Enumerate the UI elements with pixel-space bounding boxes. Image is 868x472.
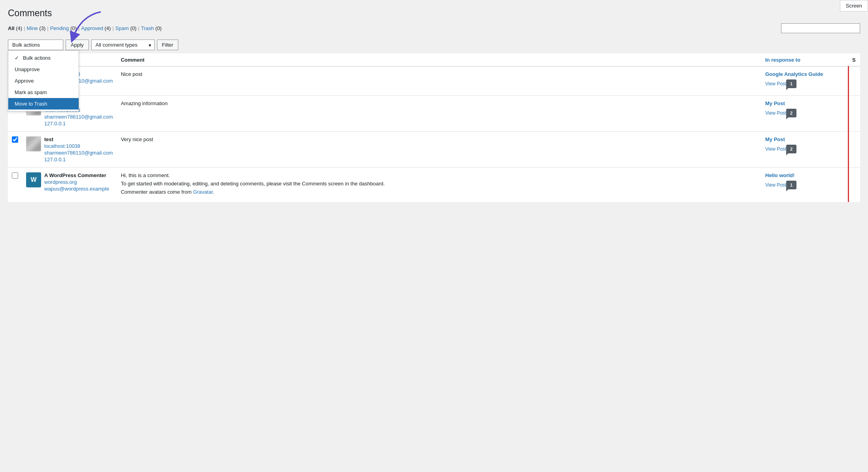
search-input[interactable] xyxy=(781,23,860,33)
author-cell: WA WordPress Commenterwordpress.orgwapuu… xyxy=(22,168,117,202)
filter-mine[interactable]: Mine (3) xyxy=(27,25,46,31)
comment-line: Nice post xyxy=(121,71,757,77)
comment-cell: Amazing information xyxy=(117,96,761,132)
bulk-actions-wrapper: Bulk actions Bulk actions Unapprove Appr… xyxy=(8,40,63,50)
author-ip[interactable]: 127.0.0.1 xyxy=(44,157,113,162)
comment-line: Amazing information xyxy=(121,100,757,106)
comment-cell: Hi, this is a comment.To get started wit… xyxy=(117,168,761,202)
author-email[interactable]: sharmeen786110@gmail.com xyxy=(44,114,113,120)
comment-line: Commenter avatars come from Gravatar. xyxy=(121,189,757,195)
s-cell xyxy=(848,66,860,96)
trash-link[interactable]: Trash xyxy=(141,25,154,31)
bulk-actions-option-mark-as-spam[interactable]: Mark as spam xyxy=(8,87,79,98)
comment-count-badge: 2 xyxy=(786,145,796,153)
response-title[interactable]: Google Analytics Guide xyxy=(765,71,823,77)
avatar: W xyxy=(26,172,41,187)
response-cell: My PostView Post2 xyxy=(761,96,848,132)
th-response: In response to xyxy=(761,53,848,66)
comment-count-badge: 1 xyxy=(786,181,796,189)
row-checkbox-cell xyxy=(8,132,22,168)
author-with-avatar: testlocalhost:10038sharmeen786110@gmail.… xyxy=(26,136,113,162)
spam-count: (0) xyxy=(130,25,136,31)
comment-line: To get started with moderating, editing,… xyxy=(121,181,757,187)
filter-button[interactable]: Filter xyxy=(157,40,179,50)
comment-type-select[interactable]: All comment types xyxy=(91,40,155,50)
gravatar-link[interactable]: Gravatar xyxy=(193,189,213,195)
bulk-actions-option-move-to-trash[interactable]: Move to Trash xyxy=(8,98,79,110)
s-cell xyxy=(848,168,860,202)
comment-type-wrapper: All comment types xyxy=(91,40,155,50)
approved-count: (4) xyxy=(105,25,111,31)
comment-line: Hi, this is a comment. xyxy=(121,172,757,178)
view-post-link[interactable]: View Post xyxy=(765,110,786,116)
sep2: | xyxy=(47,25,48,31)
sep3: | xyxy=(78,25,79,31)
comment-count-badge: 1 xyxy=(786,79,796,88)
row-checkbox[interactable] xyxy=(12,172,18,179)
response-title[interactable]: My Post xyxy=(765,100,785,106)
author-info: testlocalhost:10038sharmeen786110@gmail.… xyxy=(44,136,113,162)
pending-count: (0) xyxy=(70,25,77,31)
table-row: testlocalhost:10038sharmeen786110@gmail.… xyxy=(8,132,860,168)
avatar xyxy=(26,136,41,151)
author-name: A WordPress Commenter xyxy=(44,172,109,178)
table-header-row: Author Comment In response to S xyxy=(8,53,860,66)
bulk-actions-option-bulk-actions[interactable]: Bulk actions xyxy=(8,52,79,64)
search-box xyxy=(781,23,860,33)
s-cell xyxy=(848,132,860,168)
all-count: (4) xyxy=(16,25,22,31)
row-checkbox-cell xyxy=(8,168,22,202)
sep5: | xyxy=(138,25,139,31)
toolbar: Bulk actions Bulk actions Unapprove Appr… xyxy=(8,40,860,50)
filter-approved[interactable]: Approved (4) xyxy=(81,25,111,31)
comment-cell: Very nice post xyxy=(117,132,761,168)
comment-cell: Nice post xyxy=(117,66,761,96)
view-post-link[interactable]: View Post xyxy=(765,81,786,87)
filter-pending[interactable]: Pending (0) xyxy=(50,25,77,31)
spam-link[interactable]: Spam xyxy=(115,25,129,31)
response-cell: My PostView Post2 xyxy=(761,132,848,168)
pending-link[interactable]: Pending xyxy=(50,25,69,31)
comment-count-badge: 2 xyxy=(786,109,796,117)
response-title[interactable]: My Post xyxy=(765,136,785,142)
status-filter-bar: All (4) | Mine (3) | Pending (0) | Appro… xyxy=(8,25,162,31)
author-email[interactable]: wapuu@wordpress.example xyxy=(44,186,109,192)
filter-spam[interactable]: Spam (0) xyxy=(115,25,136,31)
bulk-actions-button[interactable]: Bulk actions xyxy=(8,40,63,50)
response-cell: Hello world!View Post1 xyxy=(761,168,848,202)
page-title: Comments xyxy=(8,8,860,19)
sep4: | xyxy=(112,25,113,31)
mine-link[interactable]: Mine xyxy=(27,25,38,31)
comments-table: Author Comment In response to S localhos… xyxy=(8,53,860,202)
th-s: S xyxy=(848,53,860,66)
approved-link[interactable]: Approved xyxy=(81,25,103,31)
author-ip[interactable]: 127.0.0.1 xyxy=(44,121,113,126)
filter-all[interactable]: All (4) xyxy=(8,25,22,31)
apply-button[interactable]: Apply xyxy=(66,40,89,50)
view-post-link[interactable]: View Post xyxy=(765,146,786,152)
bulk-actions-dropdown: Bulk actions Unapprove Approve Mark as s… xyxy=(8,50,79,111)
sep1: | xyxy=(24,25,25,31)
author-info: A WordPress Commenterwordpress.orgwapuu@… xyxy=(44,172,109,192)
all-link[interactable]: All xyxy=(8,25,15,31)
mine-count: (3) xyxy=(39,25,45,31)
trash-count: (0) xyxy=(155,25,162,31)
view-post-link[interactable]: View Post xyxy=(765,182,786,188)
s-cell xyxy=(848,96,860,132)
bulk-actions-option-unapprove[interactable]: Unapprove xyxy=(8,64,79,75)
screen-button[interactable]: Screen xyxy=(840,0,868,11)
author-link[interactable]: localhost:10038 xyxy=(44,143,113,149)
author-with-avatar: WA WordPress Commenterwordpress.orgwapuu… xyxy=(26,172,113,192)
filter-trash[interactable]: Trash (0) xyxy=(141,25,162,31)
author-link[interactable]: wordpress.org xyxy=(44,179,109,185)
author-email[interactable]: sharmeen786110@gmail.com xyxy=(44,150,113,156)
table-row: testlocalhost:10038sharmeen786110@gmail.… xyxy=(8,96,860,132)
response-cell: Google Analytics GuideView Post1 xyxy=(761,66,848,96)
table-row: localhost:10038sharmeen786110@gmail.com1… xyxy=(8,66,860,96)
table-row: WA WordPress Commenterwordpress.orgwapuu… xyxy=(8,168,860,202)
response-title[interactable]: Hello world! xyxy=(765,172,794,178)
comment-line: Very nice post xyxy=(121,136,757,142)
row-checkbox[interactable] xyxy=(12,136,18,143)
bulk-actions-option-approve[interactable]: Approve xyxy=(8,75,79,87)
th-comment: Comment xyxy=(117,53,761,66)
